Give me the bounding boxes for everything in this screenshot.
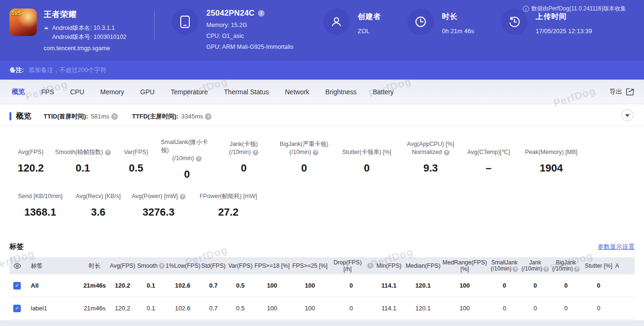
ttid-help-icon[interactable] bbox=[111, 113, 118, 120]
tab-gpu[interactable]: GPU bbox=[132, 88, 162, 96]
cell-stutter: 0 bbox=[582, 305, 615, 312]
metric-avg-recv: Avg(Recv) [KB/s] 3.6 bbox=[73, 192, 123, 218]
col-drop-fps[interactable]: Drop(FPS) [/h] bbox=[329, 259, 373, 272]
duration-label: 时长 bbox=[442, 12, 474, 22]
cell-1pct-low: 102.6 bbox=[166, 305, 200, 312]
cell-duration: 21m46s bbox=[80, 305, 109, 312]
tab-thermal-status[interactable]: Thermal Status bbox=[216, 88, 277, 96]
remark-input[interactable]: 添加备注，不超过200个字符 bbox=[28, 66, 106, 74]
metric-value: 3.6 bbox=[91, 206, 106, 218]
help-icon[interactable] bbox=[512, 266, 518, 272]
upload-label: 上传时间 bbox=[536, 12, 592, 22]
col-1pct-low-fps[interactable]: 1%Low(FPS) bbox=[166, 263, 200, 269]
metric-stutter: Stutter(卡顿率) [%] 0 bbox=[334, 138, 400, 181]
col-fps-ge-18[interactable]: FPS>=18 [%] bbox=[254, 263, 291, 269]
cell-stutter: 0 bbox=[582, 282, 615, 289]
app-package: com.tencent.tmgp.sgame bbox=[44, 45, 126, 52]
col-truncated[interactable]: A bbox=[615, 263, 634, 269]
device-gpu: GPU: ARM Mali-G925-Immortalis bbox=[206, 44, 293, 50]
cell-median: 120.1 bbox=[405, 282, 441, 289]
tab-battery[interactable]: Battery bbox=[365, 88, 402, 96]
param-display-settings-link[interactable]: 参数显示设置 bbox=[598, 243, 635, 251]
col-smooth[interactable]: Smooth bbox=[136, 263, 166, 269]
duration-block: 时长 0h 21m 46s bbox=[407, 9, 501, 35]
metric-var-fps: Var(FPS) 0.5 bbox=[111, 138, 161, 181]
labels-title: 标签 bbox=[9, 242, 24, 251]
cell-drop: 0 bbox=[329, 282, 373, 289]
help-icon[interactable] bbox=[105, 150, 111, 155]
device-info-icon[interactable] bbox=[258, 10, 265, 17]
metric-value: 3276.3 bbox=[142, 206, 174, 218]
cell-medrange: 100 bbox=[441, 282, 488, 289]
col-std-fps[interactable]: Std(FPS) bbox=[200, 263, 227, 269]
help-icon[interactable] bbox=[543, 266, 549, 272]
metric-fpower: FPower(帧能耗) [mW] 27.2 bbox=[194, 192, 263, 218]
col-median-fps[interactable]: Median(FPS) bbox=[405, 263, 441, 269]
creator-value: ZOL bbox=[358, 27, 381, 35]
col-avg-fps[interactable]: Avg(FPS) bbox=[109, 263, 136, 269]
col-var-fps[interactable]: Var(FPS) bbox=[227, 263, 254, 269]
help-icon[interactable] bbox=[574, 266, 580, 272]
help-icon[interactable] bbox=[313, 150, 318, 155]
export-button[interactable]: 导出 bbox=[609, 80, 635, 104]
ttid-label: TTID(首屏时间): bbox=[44, 112, 88, 121]
tab-network[interactable]: Network bbox=[277, 88, 317, 96]
creator-block: 创建者 ZOL bbox=[323, 9, 407, 35]
section-title: 概览 bbox=[16, 111, 31, 121]
tab-overview[interactable]: 概览 bbox=[4, 88, 33, 96]
col-label[interactable]: 标签 bbox=[31, 262, 80, 270]
metric-value: – bbox=[485, 162, 491, 174]
metric-bigjank: BigJank(严重卡顿) (/10min) 0 bbox=[274, 138, 334, 181]
metric-value: 27.2 bbox=[218, 206, 238, 218]
overview-section-header: 概览 TTID(首屏时间): 581ms TTFD(主屏时间): 3345ms bbox=[0, 104, 644, 126]
chevron-down-icon bbox=[625, 114, 630, 117]
row-label: label1 bbox=[31, 305, 80, 312]
help-icon[interactable] bbox=[253, 150, 258, 155]
table-header-row: 标签 时长 Avg(FPS) Smooth 1%Low(FPS) Std(FPS… bbox=[9, 257, 635, 274]
visibility-eye-icon[interactable] bbox=[9, 263, 31, 269]
col-fps-ge-25[interactable]: FPS>=25 [%] bbox=[291, 263, 329, 269]
section-accent-bar bbox=[9, 112, 11, 120]
col-medrange-fps[interactable]: MedRange(FPS)[%] bbox=[441, 259, 488, 272]
tab-cpu[interactable]: CPU bbox=[62, 88, 92, 96]
phone-icon bbox=[172, 9, 198, 35]
col-smalljank[interactable]: SmallJank(/10min) bbox=[488, 260, 520, 272]
metric-avg-fps: Avg(FPS) 120.2 bbox=[7, 138, 54, 181]
tab-temperature[interactable]: Temperature bbox=[163, 88, 216, 96]
help-icon[interactable] bbox=[196, 156, 202, 162]
cell-min: 114.1 bbox=[373, 282, 405, 289]
col-duration[interactable]: 时长 bbox=[80, 262, 109, 270]
help-icon[interactable] bbox=[444, 150, 450, 155]
cell-smalljank: 0 bbox=[488, 305, 520, 312]
col-bigjank[interactable]: BigJank(/10min) bbox=[550, 260, 582, 272]
ttid-value: 581ms bbox=[91, 113, 109, 120]
device-block: 25042PN24C Memory: 15.2G CPU: O1_asic GP… bbox=[172, 9, 323, 50]
row-label: All bbox=[31, 282, 80, 289]
app-block: 5v5 王者荣耀 Android版本名: 10.3.1.1 Android版本号… bbox=[9, 9, 151, 52]
help-icon[interactable] bbox=[180, 194, 185, 199]
col-jank[interactable]: Jank(/10min) bbox=[520, 260, 550, 272]
tab-brightness[interactable]: Brightness bbox=[318, 88, 365, 96]
help-icon[interactable] bbox=[159, 263, 165, 269]
tab-memory[interactable]: Memory bbox=[92, 88, 132, 96]
help-icon[interactable] bbox=[367, 263, 373, 269]
cell-var: 0.5 bbox=[227, 305, 254, 312]
metric-value: 0 bbox=[301, 162, 307, 174]
app-name: 王者荣耀 bbox=[44, 9, 126, 20]
tab-fps[interactable]: FPS bbox=[33, 88, 62, 96]
cell-median: 120.1 bbox=[405, 305, 441, 312]
metric-smalljank: SmallJank(微小卡顿) (/10min) 0 bbox=[161, 138, 213, 181]
metrics-row-1: Avg(FPS) 120.2 Smooth(稳帧指数) 0.1 Var(FPS)… bbox=[0, 138, 644, 181]
ttfd-help-icon[interactable] bbox=[205, 113, 212, 120]
row-checkbox[interactable] bbox=[13, 282, 21, 290]
col-min-fps[interactable]: Min(FPS) bbox=[373, 263, 405, 269]
col-stutter[interactable]: Stutter [%] bbox=[582, 263, 615, 269]
remark-label: 备注: bbox=[9, 66, 24, 74]
cell-duration: 21m46s bbox=[80, 282, 109, 289]
metric-peak-memory: Peak(Memory) [MB] 1904 bbox=[516, 138, 587, 181]
row-checkbox[interactable] bbox=[13, 305, 21, 312]
collapse-section-button[interactable] bbox=[621, 109, 634, 121]
info-icon bbox=[523, 6, 529, 12]
table-row-all: All 21m46s 120.2 0.1 102.6 0.7 0.5 100 1… bbox=[9, 274, 635, 297]
remark-bar: 备注: 添加备注，不超过200个字符 bbox=[0, 61, 644, 80]
